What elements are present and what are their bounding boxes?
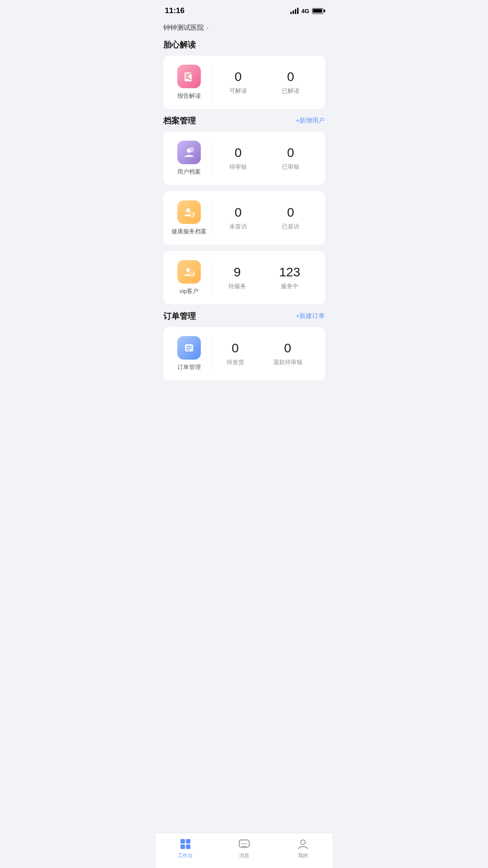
archive-section: 档案管理 +新增用户 用户档案 (163, 115, 325, 304)
health-archive-icon-label: 健康服务档案 (171, 228, 207, 236)
user-archive-stat-row: 用户档案 0 待审核 0 已审核 (171, 141, 317, 176)
in-service-stat: 123 服务中 (279, 265, 300, 290)
fetal-readable-value: 0 (235, 70, 242, 84)
fetal-icon-label: 报告解读 (177, 92, 201, 100)
mine-label: 我的 (298, 852, 308, 859)
user-archive-card[interactable]: 用户档案 0 待审核 0 已审核 (163, 132, 325, 185)
report-icon (177, 65, 201, 88)
nav-item-message[interactable]: 消息 (215, 838, 274, 859)
svg-point-21 (241, 843, 242, 844)
vip-icon-label: vip客户 (180, 287, 199, 295)
svg-rect-16 (180, 839, 185, 844)
fetal-card[interactable]: 报告解读 0 可解读 0 已解读 (163, 56, 325, 109)
nav-item-mine[interactable]: 我的 (274, 838, 332, 859)
in-service-value: 123 (279, 265, 300, 280)
message-icon (238, 838, 251, 850)
main-content: 钟钟测试医院 › 胎心解读 (156, 19, 332, 427)
pending-service-value: 9 (234, 265, 241, 280)
svg-point-22 (243, 843, 245, 844)
status-bar: 11:16 4G (156, 0, 332, 19)
in-service-label: 服务中 (281, 282, 298, 290)
fetal-readable-label: 可解读 (229, 87, 247, 95)
health-archive-icon-area: 健康服务档案 (171, 200, 212, 236)
bottom-nav: 工作台 消息 我的 (156, 833, 332, 868)
user-archive-icon (177, 141, 201, 164)
no-first-visit-stat: 0 未首访 (229, 205, 247, 231)
fetal-read-stat: 0 已解读 (282, 70, 299, 95)
archive-title: 档案管理 (163, 115, 196, 126)
order-icon-label: 订单管理 (177, 363, 201, 371)
user-archive-stats: 0 待审核 0 已审核 (212, 146, 317, 171)
svg-point-23 (246, 843, 247, 844)
no-first-visit-value: 0 (235, 205, 242, 220)
health-archive-card[interactable]: 健康服务档案 0 未首访 0 已首访 (163, 191, 325, 245)
pending-ship-value: 0 (232, 341, 239, 356)
health-archive-stats: 0 未首访 0 已首访 (212, 205, 317, 231)
health-archive-icon (177, 200, 201, 224)
svg-point-11 (190, 272, 194, 276)
mine-icon (297, 838, 309, 850)
order-section-header: 订单管理 +新建订单 (163, 311, 325, 322)
vip-icon (177, 260, 201, 284)
pending-ship-stat: 0 待发货 (227, 341, 244, 366)
svg-rect-1 (185, 74, 190, 75)
fetal-section-header: 胎心解读 (163, 39, 325, 50)
fetal-stat-row: 报告解读 0 可解读 0 已解读 (171, 65, 317, 100)
archive-section-header: 档案管理 +新增用户 (163, 115, 325, 126)
workbench-label: 工作台 (178, 852, 193, 859)
svg-point-10 (186, 268, 190, 272)
reviewed-label: 已审核 (282, 163, 299, 171)
reviewed-value: 0 (287, 146, 294, 160)
hospital-name: 钟钟测试医院 (163, 24, 204, 32)
svg-point-24 (301, 840, 305, 844)
pending-review-stat: 0 待审核 (229, 146, 247, 171)
status-time: 11:16 (165, 6, 185, 15)
svg-rect-13 (186, 346, 192, 347)
pending-service-label: 待服务 (228, 282, 246, 290)
reviewed-stat: 0 已审核 (282, 146, 299, 171)
order-stats: 0 待发货 0 退款待审核 (212, 341, 317, 366)
nav-item-workbench[interactable]: 工作台 (156, 838, 215, 859)
first-visited-stat: 0 已首访 (282, 205, 299, 231)
status-icons: 4G (290, 8, 323, 14)
vip-icon-area: vip客户 (171, 260, 212, 295)
svg-rect-14 (186, 348, 192, 349)
fetal-read-label: 已解读 (282, 87, 299, 95)
pending-ship-label: 待发货 (227, 358, 244, 366)
workbench-icon (179, 838, 192, 850)
no-first-visit-label: 未首访 (229, 223, 247, 231)
order-icon-area: 订单管理 (171, 336, 212, 371)
svg-rect-18 (180, 844, 185, 849)
add-user-button[interactable]: +新增用户 (296, 117, 325, 125)
refund-pending-label: 退款待审核 (273, 358, 303, 366)
refund-pending-stat: 0 退款待审核 (273, 341, 303, 366)
svg-point-9 (190, 212, 194, 217)
order-section: 订单管理 +新建订单 订单管理 (163, 311, 325, 380)
order-title: 订单管理 (163, 311, 196, 322)
svg-rect-15 (186, 350, 190, 351)
hospital-header[interactable]: 钟钟测试医院 › (163, 19, 325, 39)
order-icon (177, 336, 201, 360)
svg-rect-17 (186, 839, 190, 844)
pending-review-label: 待审核 (229, 163, 247, 171)
battery-icon (312, 8, 323, 14)
new-order-button[interactable]: +新建订单 (296, 312, 325, 320)
svg-point-8 (186, 209, 190, 213)
pending-review-value: 0 (235, 146, 242, 160)
vip-customer-card[interactable]: vip客户 9 待服务 123 服务中 (163, 251, 325, 304)
user-archive-icon-area: 用户档案 (171, 141, 212, 176)
pending-service-stat: 9 待服务 (228, 265, 246, 290)
svg-rect-2 (185, 76, 189, 76)
fetal-readable-stat: 0 可解读 (229, 70, 247, 95)
network-type: 4G (301, 8, 309, 14)
fetal-icon-area: 报告解读 (171, 65, 212, 100)
fetal-section: 胎心解读 报告解读 (163, 39, 325, 109)
fetal-stats: 0 可解读 0 已解读 (212, 70, 317, 95)
message-label: 消息 (239, 852, 249, 859)
svg-rect-19 (186, 844, 190, 849)
hospital-chevron-icon: › (207, 24, 208, 31)
order-card[interactable]: 订单管理 0 待发货 0 退款待审核 (163, 327, 325, 380)
first-visited-value: 0 (287, 205, 294, 220)
vip-stats: 9 待服务 123 服务中 (212, 265, 317, 290)
user-archive-icon-label: 用户档案 (177, 168, 201, 176)
